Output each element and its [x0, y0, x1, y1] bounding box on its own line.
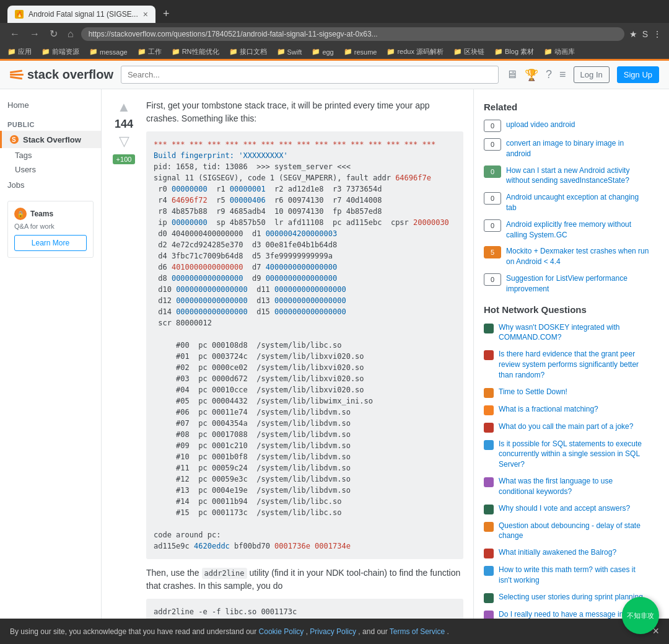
tab-close-button[interactable]: × — [143, 9, 148, 19]
hot-network-link[interactable]: Selecting user stories during sprint pla… — [499, 592, 643, 602]
list-item: 0 convert an image to binary image in an… — [484, 138, 649, 159]
so-icon: S — [9, 135, 19, 144]
related-link[interactable]: Android explicitly free memory without c… — [506, 219, 649, 240]
teams-subtitle: Q&A for work — [14, 223, 87, 230]
hot-network-link[interactable]: What is a fractional matching? — [499, 404, 598, 415]
so-logo[interactable]: stack overflow — [10, 68, 113, 82]
list-item: Is there hard evidence that the grant pe… — [484, 349, 649, 380]
cookie-text: By using our site, you acknowledge that … — [10, 627, 449, 636]
forward-button[interactable]: → — [27, 27, 42, 41]
address-bar-input[interactable] — [81, 27, 624, 41]
cookie-and-our: , and our — [358, 627, 389, 636]
bookmark-frontend[interactable]: 📁 前端资源 — [42, 47, 79, 56]
teams-lock-icon: 🔒 — [14, 208, 27, 220]
hot-network-link[interactable]: Is it possible for SQL statements to exe… — [499, 439, 649, 470]
search-input[interactable] — [121, 66, 499, 84]
sidebar-item-jobs[interactable]: Jobs — [0, 177, 101, 193]
hot-network-link[interactable]: Question about debouncing - delay of sta… — [499, 521, 649, 542]
bookmark-redux[interactable]: 📁 redux 源码解析 — [387, 47, 444, 56]
browser-tab-active[interactable]: 🔥 Android Fatal signal 11 (SIGSE... × — [7, 6, 155, 23]
bookmark-blockchain[interactable]: 📁 区块链 — [453, 47, 484, 56]
logo-bar-2 — [10, 74, 24, 76]
hot-network-link[interactable]: Why wasn't DOSKEY integrated with COMMAN… — [499, 322, 649, 343]
tab-title: Android Fatal signal 11 (SIGSE... — [28, 10, 138, 19]
hot-network-site-icon — [484, 388, 494, 398]
sidebar-so-label: Stack Overflow — [23, 135, 81, 144]
bookmark-rn[interactable]: 📁 RN性能优化 — [172, 47, 219, 56]
logo-bar-1 — [10, 70, 22, 74]
wechat-overlay[interactable]: 不知非攻 — [622, 597, 659, 634]
hot-network-site-icon — [484, 549, 494, 558]
related-link[interactable]: Suggestion for ListView performance impr… — [506, 273, 649, 294]
sidebar-item-tags[interactable]: Tags — [0, 148, 101, 162]
cookie-banner: By using our site, you acknowledge that … — [0, 619, 669, 644]
cookie-policy-link[interactable]: Cookie Policy — [259, 627, 304, 636]
inbox-icon[interactable]: ≡ — [559, 68, 566, 81]
menu-icon[interactable]: ⋮ — [653, 29, 662, 39]
bookmark-work[interactable]: 📁 工作 — [138, 47, 162, 56]
sidebar-item-stackoverflow[interactable]: S Stack Overflow — [0, 131, 101, 148]
hot-network-site-icon — [484, 522, 494, 532]
sidebar-item-home[interactable]: Home — [0, 97, 101, 113]
vote-area: ▲ 144 ▽ +100 — [112, 99, 136, 644]
teams-box: 🔒 Teams Q&A for work Learn More — [7, 201, 94, 258]
sidebar-item-users[interactable]: Users — [0, 162, 101, 177]
help-icon[interactable]: ? — [546, 68, 552, 81]
related-vote-badge: 0 — [484, 219, 501, 232]
bookmark-resume[interactable]: 📁 resume — [344, 47, 377, 56]
list-item: What initially awakened the Balrog? — [484, 547, 649, 558]
related-link[interactable]: How can I start a new Android activity w… — [506, 165, 649, 187]
cookie-period: . — [447, 627, 449, 636]
code-build-fingerprint: Build fingerprint: 'XXXXXXXXX' — [154, 151, 288, 160]
bookmark-swift[interactable]: 📁 Swift — [277, 47, 302, 56]
related-link[interactable]: upload video android — [506, 120, 575, 130]
hot-network-link[interactable]: Is there hard evidence that the grant pe… — [499, 349, 649, 380]
hot-network-link[interactable]: Time to Settle Down! — [499, 387, 567, 397]
list-item: What was the first language to use condi… — [484, 476, 649, 497]
back-button[interactable]: ← — [7, 27, 22, 41]
para2-text: Then, use the — [146, 568, 202, 578]
bookmark-icon[interactable]: ★ — [629, 29, 637, 39]
answer-area: ▲ 144 ▽ +100 First, get your tombstone s… — [112, 99, 463, 644]
hot-network-link[interactable]: How to write this math term? with cases … — [499, 565, 649, 586]
related-vote-badge-accepted: 0 — [484, 165, 501, 178]
signup-button[interactable]: Sign Up — [617, 66, 659, 83]
vote-down-button[interactable]: ▽ — [119, 133, 129, 149]
wechat-label: 不知非攻 — [627, 611, 654, 620]
related-vote-badge: 0 — [484, 273, 501, 286]
sidebar-section-public: PUBLIC — [0, 113, 101, 131]
learn-more-button[interactable]: Learn More — [14, 235, 87, 251]
tos-link[interactable]: Terms of Service — [390, 627, 445, 636]
hot-network-link[interactable]: What do you call the main part of a joke… — [499, 421, 633, 432]
hot-network-link[interactable]: What initially awakened the Balrog? — [499, 547, 616, 558]
teams-title: 🔒 Teams — [14, 208, 87, 220]
monitor-icon[interactable]: 🖥 — [506, 68, 517, 81]
list-item: Why wasn't DOSKEY integrated with COMMAN… — [484, 322, 649, 343]
privacy-policy-link[interactable]: Privacy Policy — [310, 627, 356, 636]
bookmark-apps[interactable]: 📁 应用 — [7, 47, 32, 56]
related-link[interactable]: Android uncaught exception at changing t… — [506, 192, 649, 213]
bookmark-blog[interactable]: 📁 Blog 素材 — [494, 47, 534, 56]
hot-network-site-icon — [484, 324, 494, 333]
extensions-icon[interactable]: S — [642, 29, 648, 39]
related-vote-badge-high: 5 — [484, 246, 501, 258]
tab-favicon: 🔥 — [15, 10, 24, 19]
cookie-banner-text: By using our site, you acknowledge that … — [10, 627, 259, 636]
related-vote-badge: 0 — [484, 138, 501, 151]
svg-text:S: S — [12, 136, 16, 143]
bookmark-egg[interactable]: 📁 egg — [312, 47, 333, 56]
fault-addr: 64696f7e — [395, 174, 431, 182]
new-tab-button[interactable]: + — [158, 5, 175, 23]
related-link[interactable]: Mockito + Dexmaker test crashes when run… — [506, 246, 649, 267]
login-button[interactable]: Log In — [574, 66, 610, 83]
vote-up-button[interactable]: ▲ — [117, 99, 131, 115]
hot-network-link[interactable]: Why should I vote and accept answers? — [499, 503, 630, 514]
bookmark-animation[interactable]: 📁 动画库 — [544, 47, 575, 56]
bookmark-message[interactable]: 📁 message — [89, 47, 128, 56]
related-link[interactable]: convert an image to binary image in andr… — [506, 138, 649, 159]
trophy-icon[interactable]: 🏆 — [525, 68, 538, 82]
bookmark-api[interactable]: 📁 接口文档 — [229, 47, 267, 56]
home-button[interactable]: ⌂ — [65, 27, 76, 41]
hot-network-link[interactable]: What was the first language to use condi… — [499, 476, 649, 497]
reload-button[interactable]: ↻ — [47, 27, 60, 41]
